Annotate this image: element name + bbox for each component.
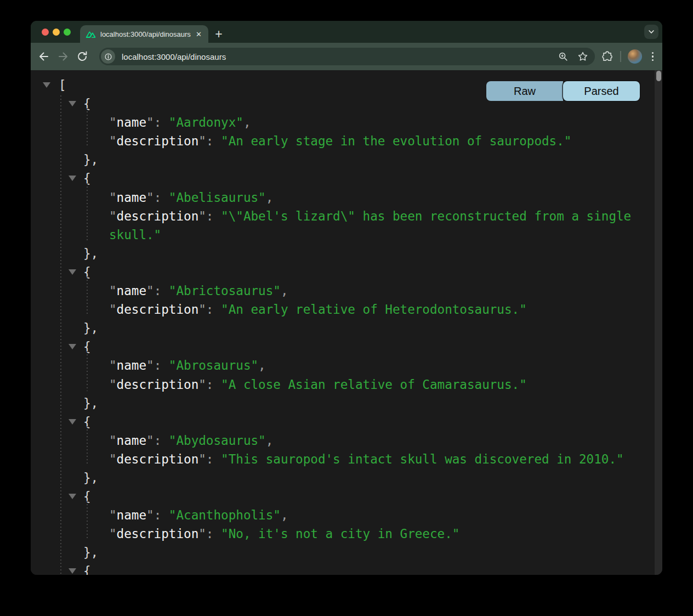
json-token: : bbox=[206, 527, 221, 541]
forward-arrow-icon bbox=[57, 50, 69, 63]
json-object-body: "name": "Abrosaurus","description": "A c… bbox=[31, 356, 648, 393]
info-icon bbox=[104, 52, 113, 61]
json-string-value: "This sauropod's intact skull was discov… bbox=[221, 452, 624, 466]
json-string-value: "Aardonyx" bbox=[169, 115, 243, 129]
json-token: " bbox=[198, 302, 206, 317]
collapse-triangle-icon[interactable] bbox=[69, 568, 76, 574]
json-line: "description": "An early relative of Het… bbox=[31, 300, 648, 319]
collapse-triangle-icon[interactable] bbox=[43, 82, 50, 88]
site-info-button[interactable] bbox=[101, 49, 115, 64]
json-line: "description": "This sauropod's intact s… bbox=[31, 450, 648, 468]
object-close-brace: }, bbox=[83, 246, 98, 261]
tab-search-chevron-button[interactable] bbox=[644, 25, 658, 39]
toolbar-divider bbox=[620, 51, 621, 62]
collapse-triangle-icon[interactable] bbox=[69, 176, 76, 181]
new-tab-button[interactable]: + bbox=[210, 25, 228, 43]
json-entry: {"name": "Aardonyx","description": "An e… bbox=[31, 94, 648, 169]
json-line: { bbox=[31, 337, 648, 356]
json-token: " bbox=[198, 377, 206, 392]
bookmark-star-button[interactable] bbox=[577, 51, 588, 62]
json-line: { bbox=[31, 412, 648, 431]
browser-tab[interactable]: localhost:3000/api/dinosaurs ✕ bbox=[80, 25, 208, 43]
object-close-brace: }, bbox=[83, 321, 98, 335]
json-line: "name": "Abrosaurus", bbox=[31, 356, 648, 375]
json-token: : bbox=[154, 433, 169, 448]
page-content: Raw Parsed [{"name": "Aardonyx","descrip… bbox=[31, 70, 662, 575]
json-string-value: "Abrosaurus" bbox=[169, 358, 258, 372]
json-key: description bbox=[117, 209, 199, 223]
zoom-level-button[interactable] bbox=[558, 51, 569, 62]
reload-icon bbox=[76, 50, 88, 63]
json-line: "name": "Abydosaurus", bbox=[31, 431, 648, 450]
parsed-toggle-button[interactable]: Parsed bbox=[563, 81, 640, 101]
json-token: : bbox=[206, 302, 221, 317]
profile-avatar[interactable] bbox=[628, 49, 642, 64]
json-token: : bbox=[206, 134, 221, 148]
forward-button[interactable] bbox=[56, 50, 70, 63]
json-string-value: "An early stage in the evolution of saur… bbox=[221, 134, 571, 148]
json-line: { bbox=[31, 263, 648, 281]
json-token: , bbox=[281, 508, 288, 522]
json-token: " bbox=[109, 527, 117, 541]
extensions-button[interactable] bbox=[601, 50, 614, 63]
json-line: "name": "Abrictosaurus", bbox=[31, 281, 648, 300]
tab-close-icon[interactable]: ✕ bbox=[195, 30, 203, 39]
json-line: }, bbox=[31, 319, 648, 337]
json-key: description bbox=[117, 452, 199, 466]
json-line: "name": "Abelisaurus", bbox=[31, 188, 648, 207]
json-line: }, bbox=[31, 150, 648, 169]
json-string-value: "Abydosaurus" bbox=[169, 433, 266, 448]
collapse-triangle-icon[interactable] bbox=[69, 419, 76, 425]
address-bar[interactable]: localhost:3000/api/dinosaurs bbox=[99, 48, 595, 65]
object-close-brace: }, bbox=[83, 545, 98, 560]
raw-toggle-button[interactable]: Raw bbox=[486, 81, 563, 101]
json-token: " bbox=[146, 358, 154, 372]
minimize-window-button[interactable] bbox=[53, 29, 60, 36]
json-line: "name": "Acanthopholis", bbox=[31, 506, 648, 524]
collapse-triangle-icon[interactable] bbox=[69, 344, 76, 349]
json-key: name bbox=[117, 190, 146, 205]
puzzle-piece-icon bbox=[601, 50, 614, 63]
kebab-dot bbox=[652, 59, 654, 61]
json-token: " bbox=[109, 452, 117, 466]
json-entry: {"name": "Acanthopholis","description": … bbox=[31, 487, 648, 562]
json-line: { bbox=[31, 169, 648, 188]
json-token: : bbox=[206, 377, 221, 392]
json-key: name bbox=[117, 433, 146, 448]
json-object-body: "name": "Acanthopholis","description": "… bbox=[31, 506, 648, 543]
json-string-value: "No, it's not a city in Greece." bbox=[221, 527, 459, 541]
collapse-triangle-icon[interactable] bbox=[69, 269, 76, 275]
json-string-value: "A close Asian relative of Camarasaurus.… bbox=[221, 377, 527, 392]
close-window-button[interactable] bbox=[42, 29, 49, 36]
json-object-body: "name": "Abrictosaurus","description": "… bbox=[31, 281, 648, 319]
magnifier-icon bbox=[558, 51, 569, 62]
json-line: "description": "\"Abel's lizard\" has be… bbox=[31, 207, 648, 244]
collapse-triangle-icon[interactable] bbox=[69, 101, 76, 106]
json-line: { bbox=[31, 487, 648, 506]
kebab-dot bbox=[652, 55, 654, 58]
json-token: " bbox=[146, 508, 154, 522]
json-object-body: "name": "Aardonyx","description": "An ea… bbox=[31, 113, 648, 150]
json-token: " bbox=[109, 433, 117, 448]
collapse-triangle-icon[interactable] bbox=[69, 494, 76, 499]
json-token: " bbox=[198, 134, 206, 148]
reload-button[interactable] bbox=[76, 50, 89, 63]
back-button[interactable] bbox=[37, 50, 50, 63]
json-token: " bbox=[198, 209, 206, 223]
maximize-window-button[interactable] bbox=[64, 29, 71, 36]
json-token: " bbox=[109, 190, 117, 205]
json-token: : bbox=[154, 115, 169, 129]
toolbar-right-group bbox=[601, 49, 656, 64]
json-key: name bbox=[117, 115, 146, 129]
browser-window: localhost:3000/api/dinosaurs ✕ + localho… bbox=[31, 21, 662, 575]
array-open-bracket: [ bbox=[59, 78, 66, 92]
tab-title: localhost:3000/api/dinosaurs bbox=[100, 30, 195, 38]
json-token: " bbox=[198, 452, 206, 466]
browser-menu-button[interactable] bbox=[650, 50, 656, 64]
json-token: : bbox=[154, 190, 169, 205]
scrollbar-track[interactable] bbox=[655, 70, 662, 575]
scrollbar-thumb[interactable] bbox=[656, 71, 661, 81]
json-entry: {"name": "Abelisaurus","description": "\… bbox=[31, 169, 648, 262]
json-string-value: "Abrictosaurus" bbox=[169, 284, 281, 298]
json-string-value: "Acanthopholis" bbox=[169, 508, 281, 522]
